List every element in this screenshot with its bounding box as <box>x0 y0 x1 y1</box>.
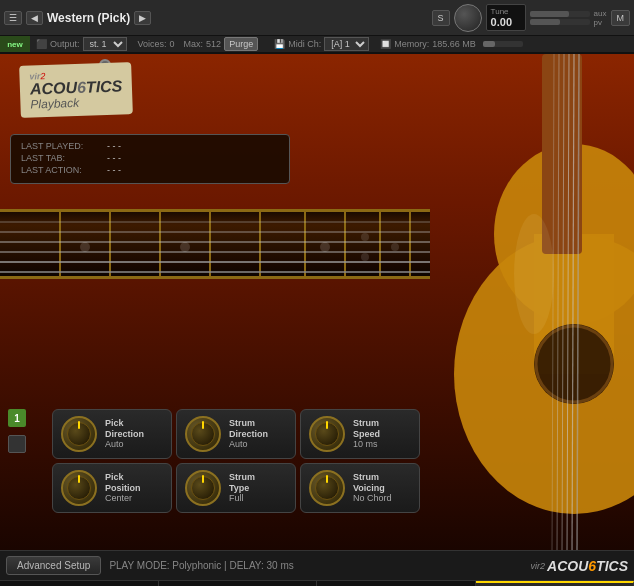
logo-tape: vir2 ACOU6TICS Playback <box>19 62 133 118</box>
memory-value: 185.66 MB <box>432 39 476 49</box>
tab-chords[interactable]: CHORDS <box>159 581 318 586</box>
aux-pv-labels: aux pv <box>594 9 607 27</box>
output-icon: ⬛ <box>36 39 47 49</box>
knob-cell-strum-type: Strum Type Full <box>176 463 296 513</box>
midi-label: Midi Ch: <box>288 39 321 49</box>
svg-point-28 <box>80 242 90 252</box>
advanced-setup-button[interactable]: Advanced Setup <box>6 556 101 575</box>
menu-button[interactable]: ☰ <box>4 11 22 25</box>
tuner-area: Tune 0.00 aux pv M <box>454 4 630 32</box>
number-badge: 1 <box>8 409 26 427</box>
memory-icon: 💾 <box>274 39 285 49</box>
logo-area: vir2 ACOU6TICS Playback <box>20 64 190 124</box>
last-tab-label: LAST TAB: <box>21 153 101 163</box>
strum-direction-title2: Direction <box>229 429 268 440</box>
knob-inner4 <box>67 476 91 500</box>
last-played-label: LAST PLAYED: <box>21 141 101 151</box>
tab-mics-fx[interactable]: MICS & FX <box>0 581 159 586</box>
pick-position-knob[interactable] <box>61 470 97 506</box>
nav-back[interactable]: ◀ <box>26 11 43 25</box>
knob-inner <box>67 422 91 446</box>
tune-value: 0.00 <box>491 16 521 28</box>
strum-voicing-title2: Voicing <box>353 483 392 494</box>
pick-position-title2: Position <box>105 483 141 494</box>
header-right: S Tune 0.00 aux pv <box>428 4 634 32</box>
svg-point-31 <box>361 233 369 241</box>
pick-direction-knob[interactable] <box>61 416 97 452</box>
last-action-value: - - - <box>107 165 121 175</box>
strum-type-title2: Type <box>229 483 255 494</box>
strum-type-knob[interactable] <box>185 470 221 506</box>
controls-inner: 1 Pick Direction Auto <box>8 409 418 513</box>
knob-grid: Pick Direction Auto Strum Direction Auto <box>52 409 420 513</box>
strum-voicing-knob[interactable] <box>309 470 345 506</box>
knob-inner5 <box>191 476 215 500</box>
strum-direction-knob[interactable] <box>185 416 221 452</box>
pan-bar[interactable] <box>530 19 590 25</box>
memory-label: Memory: <box>394 39 429 49</box>
main-content: vir2 ACOU6TICS Playback LAST PLAYED: - -… <box>0 54 634 550</box>
aux-label: aux <box>594 9 607 18</box>
max-value: 512 <box>206 39 221 49</box>
strum-voicing-title1: Strum <box>353 472 392 483</box>
pick-direction-title1: Pick <box>105 418 144 429</box>
knob-cell-pick-position: Pick Position Center <box>52 463 172 513</box>
strum-speed-title1: Strum <box>353 418 380 429</box>
extra-badge <box>8 435 26 453</box>
pick-direction-value: Auto <box>105 439 144 450</box>
pick-direction-label: Pick Direction Auto <box>105 418 144 450</box>
pick-direction-title2: Direction <box>105 429 144 440</box>
knob-cell-strum-voicing: Strum Voicing No Chord <box>300 463 420 513</box>
left-controls: 1 <box>8 409 26 453</box>
kontakt-subheader: new ⬛ Output: st. 1 Voices: 0 Max: 512 P… <box>0 36 634 54</box>
purge-button[interactable]: Purge <box>224 37 258 51</box>
pv-label: pv <box>594 18 607 27</box>
fretboard-svg <box>0 212 430 279</box>
bottom-vir2: vir2 <box>531 561 546 571</box>
pick-position-title1: Pick <box>105 472 141 483</box>
last-played-value: - - - <box>107 141 121 151</box>
memory-bar <box>483 41 523 47</box>
bottom-acou6tics: ACOU6TICS <box>547 558 628 574</box>
strum-speed-knob[interactable] <box>309 416 345 452</box>
last-played-row: LAST PLAYED: - - - <box>21 141 279 151</box>
fretboard <box>0 209 430 279</box>
strum-direction-value: Auto <box>229 439 268 450</box>
midi-select[interactable]: [A] 1 <box>324 37 369 51</box>
voices-value: 0 <box>170 39 175 49</box>
max-label: Max: <box>184 39 204 49</box>
menu-icon: ☰ <box>9 13 17 23</box>
tune-label: Tune <box>491 7 521 16</box>
output-select[interactable]: st. 1 <box>83 37 127 51</box>
tab-playback[interactable]: PLAYBACK <box>476 581 635 586</box>
strum-speed-title2: Speed <box>353 429 380 440</box>
strum-type-title1: Strum <box>229 472 255 483</box>
knob-cell-pick-direction: Pick Direction Auto <box>52 409 172 459</box>
tab-keyswitches[interactable]: KEYSWITCHES <box>317 581 476 586</box>
memory-fill <box>483 41 495 47</box>
nav-forward[interactable]: ▶ <box>134 11 151 25</box>
knob-cell-strum-speed: Strum Speed 10 ms <box>300 409 420 459</box>
knob-inner6 <box>315 476 339 500</box>
logo-playback: Playback <box>30 94 123 111</box>
output-label: Output: <box>50 39 80 49</box>
svg-point-29 <box>180 242 190 252</box>
svg-point-32 <box>361 253 369 261</box>
strum-direction-label: Strum Direction Auto <box>229 418 268 450</box>
svg-rect-3 <box>542 54 582 254</box>
svg-point-12 <box>514 214 554 334</box>
new-button[interactable]: new <box>0 36 30 52</box>
bottom-bar: Advanced Setup PLAY MODE: Polyphonic | D… <box>0 550 634 580</box>
tuner-knob[interactable] <box>454 4 482 32</box>
s-badge[interactable]: S <box>432 10 450 26</box>
volume-fill <box>530 11 569 17</box>
pick-position-value: Center <box>105 493 141 504</box>
strum-speed-value: 10 ms <box>353 439 380 450</box>
last-action-row: LAST ACTION: - - - <box>21 165 279 175</box>
m-badge[interactable]: M <box>611 10 631 26</box>
strum-direction-title1: Strum <box>229 418 268 429</box>
header-left: ☰ ◀ Western (Pick) ▶ <box>0 11 428 25</box>
memory-icon2: 🔲 <box>380 39 391 49</box>
volume-bar[interactable] <box>530 11 590 17</box>
controls-area: 1 Pick Direction Auto <box>8 409 418 513</box>
